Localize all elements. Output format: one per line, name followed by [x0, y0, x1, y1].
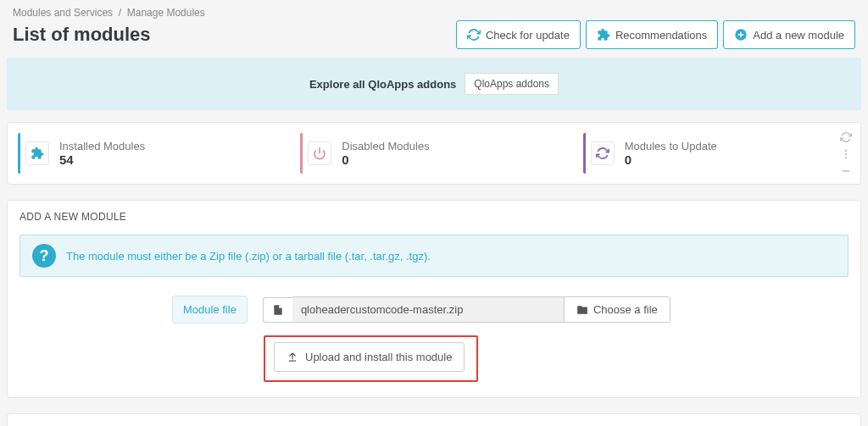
- upload-install-button[interactable]: Upload and install this module: [274, 342, 465, 372]
- page-title: List of modules: [13, 24, 151, 46]
- module-file-row: Module file Choose a file: [19, 296, 849, 324]
- highlight-box: Upload and install this module: [264, 335, 478, 382]
- add-module-title: ADD A NEW MODULE: [19, 211, 849, 223]
- more-icon[interactable]: [840, 148, 852, 160]
- puzzle-icon: [25, 141, 49, 165]
- upload-install-label: Upload and install this module: [305, 351, 452, 363]
- stats-panel: Installed Modules 54 Disabled Modules 0 …: [7, 122, 861, 185]
- file-name-input[interactable]: [292, 296, 564, 323]
- stat-disabled[interactable]: Disabled Modules 0: [300, 133, 567, 174]
- svg-point-3: [845, 153, 847, 155]
- stat-update[interactable]: Modules to Update 0: [583, 133, 850, 174]
- stat-installed-label: Installed Modules: [59, 140, 145, 152]
- module-file-label: Module file: [172, 296, 248, 324]
- stat-disabled-value: 0: [342, 152, 429, 167]
- explore-banner: Explore all QloApps addons QloApps addon…: [7, 58, 861, 110]
- stat-disabled-label: Disabled Modules: [342, 140, 429, 152]
- info-alert: ? The module must either be a Zip file (…: [19, 235, 849, 277]
- puzzle-icon: [597, 28, 610, 41]
- choose-file-button[interactable]: Choose a file: [564, 296, 670, 323]
- stat-installed[interactable]: Installed Modules 54: [18, 133, 285, 174]
- modules-list-panel: MODULES LIST: [7, 413, 861, 426]
- upload-icon: [287, 351, 298, 363]
- svg-point-2: [845, 150, 847, 152]
- check-update-button[interactable]: Check for update: [456, 20, 581, 49]
- refresh-icon[interactable]: [840, 131, 852, 143]
- add-module-panel: ADD A NEW MODULE ? The module must eithe…: [7, 200, 861, 398]
- power-icon: [308, 141, 331, 165]
- stat-update-label: Modules to Update: [625, 140, 717, 152]
- breadcrumb-current: Manage Modules: [127, 7, 205, 19]
- check-update-label: Check for update: [486, 29, 570, 41]
- stat-update-value: 0: [625, 152, 717, 167]
- plus-circle-icon: [734, 28, 748, 41]
- add-module-label: Add a new module: [753, 29, 844, 41]
- svg-point-4: [845, 157, 847, 158]
- breadcrumb: Modules and Services / Manage Modules: [0, 0, 868, 19]
- folder-icon: [576, 304, 588, 316]
- breadcrumb-parent[interactable]: Modules and Services: [13, 7, 113, 19]
- question-icon: ?: [32, 244, 56, 268]
- refresh-icon: [467, 28, 481, 41]
- explore-text: Explore all QloApps addons: [309, 78, 456, 91]
- collapse-icon[interactable]: [840, 165, 852, 177]
- refresh-icon: [591, 141, 615, 165]
- stat-installed-value: 54: [59, 152, 145, 167]
- recommendations-label: Recommendations: [615, 29, 707, 41]
- choose-file-label: Choose a file: [593, 303, 658, 316]
- header-toolbar: Check for update Recommendations Add a n…: [456, 20, 855, 49]
- recommendations-button[interactable]: Recommendations: [586, 20, 718, 49]
- file-icon: [263, 297, 292, 323]
- info-text: The module must either be a Zip file (.z…: [66, 250, 431, 263]
- addons-button[interactable]: QloApps addons: [465, 73, 559, 95]
- add-module-button[interactable]: Add a new module: [723, 20, 855, 49]
